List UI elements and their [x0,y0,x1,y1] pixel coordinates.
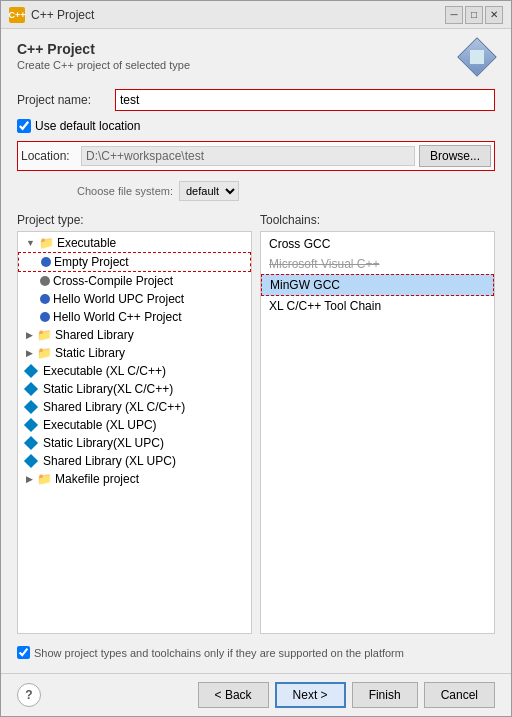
filesystem-label: Choose file system: [77,185,173,197]
circle-blue-icon [40,294,50,304]
panels: Project type: ▼ 📁 Executable Empty Proje… [17,213,495,634]
tree-item-hello-upc[interactable]: Hello World UPC Project [18,290,251,308]
maximize-button[interactable]: □ [465,6,483,24]
diamond-icon [24,436,38,450]
diamond-icon [24,364,38,378]
title-bar-buttons: ─ □ ✕ [445,6,503,24]
diamond-icon [24,454,38,468]
folder-icon: 📁 [39,236,54,250]
diamond-icon [24,382,38,396]
tree-item-static-library[interactable]: ▶ 📁 Static Library [18,344,251,362]
project-name-row: Project name: [17,89,495,111]
default-location-checkbox[interactable] [17,119,31,133]
tree-item-exec-xl-cpp[interactable]: Executable (XL C/C++) [18,362,251,380]
circle-blue-icon [41,257,51,267]
chevron-right-icon: ▶ [26,330,33,340]
browse-button[interactable]: Browse... [419,145,491,167]
tree-item-shared-xl-upc[interactable]: Shared Library (XL UPC) [18,452,251,470]
platform-filter-checkbox[interactable] [17,646,30,659]
toolchain-label: Microsoft Visual C++ [269,257,380,271]
circle-blue-icon [40,312,50,322]
page-title: C++ Project [17,41,190,57]
tree-item-label: Shared Library [55,328,134,342]
page-subtitle: Create C++ project of selected type [17,59,190,71]
tree-item-label: Makefile project [55,472,139,486]
tree-item-hello-cpp[interactable]: Hello World C++ Project [18,308,251,326]
tree-item-makefile[interactable]: ▶ 📁 Makefile project [18,470,251,488]
diamond-icon [24,418,38,432]
project-type-label: Project type: [17,213,252,227]
folder-icon: 📁 [37,346,52,360]
toolchains-list[interactable]: Cross GCC Microsoft Visual C++ MinGW GCC… [260,231,495,634]
toolchain-msvc[interactable]: Microsoft Visual C++ [261,254,494,274]
status-bar: Show project types and toolchains only i… [17,642,495,661]
location-label: Location: [21,149,77,163]
toolchain-xl[interactable]: XL C/C++ Tool Chain [261,296,494,316]
content-area: C++ Project Create C++ project of select… [1,29,511,673]
tree-item-static-xl-cpp[interactable]: Static Library(XL C/C++) [18,380,251,398]
tree-item-label: Static Library(XL C/C++) [43,382,173,396]
tree-item-label: Shared Library (XL C/C++) [43,400,185,414]
back-button[interactable]: < Back [198,682,269,708]
close-button[interactable]: ✕ [485,6,503,24]
help-button[interactable]: ? [17,683,41,707]
circle-gray-icon [40,276,50,286]
toolchain-label: XL C/C++ Tool Chain [269,299,381,313]
tree-item-label: Executable [57,236,116,250]
toolchains-label: Toolchains: [260,213,495,227]
icon-diamond-inner [470,50,484,64]
tree-item-label: Cross-Compile Project [53,274,173,288]
tree-item-exec-xl-upc[interactable]: Executable (XL UPC) [18,416,251,434]
window: C++ C++ Project ─ □ ✕ C++ Project Create… [0,0,512,717]
location-input[interactable] [81,146,415,166]
tree-item-label: Hello World UPC Project [53,292,184,306]
minimize-button[interactable]: ─ [445,6,463,24]
cancel-button[interactable]: Cancel [424,682,495,708]
tree-item-label: Hello World C++ Project [53,310,182,324]
tree-item-label: Executable (XL UPC) [43,418,157,432]
toolchain-label: Cross GCC [269,237,330,251]
page-header-left: C++ Project Create C++ project of select… [17,41,190,71]
left-panel: Project type: ▼ 📁 Executable Empty Proje… [17,213,252,634]
folder-icon: 📁 [37,472,52,486]
window-icon: C++ [9,7,25,23]
tree-item-label: Executable (XL C/C++) [43,364,166,378]
page-header: C++ Project Create C++ project of select… [17,41,495,81]
title-bar: C++ C++ Project ─ □ ✕ [1,1,511,29]
default-location-label: Use default location [35,119,140,133]
title-bar-text: C++ Project [31,8,445,22]
tree-item-shared-xl-cpp[interactable]: Shared Library (XL C/C++) [18,398,251,416]
tree-item-static-xl-upc[interactable]: Static Library(XL UPC) [18,434,251,452]
folder-icon: 📁 [37,328,52,342]
location-row: Location: Browse... [17,141,495,171]
project-name-input[interactable] [115,89,495,111]
project-name-label: Project name: [17,93,107,107]
project-icon [447,41,495,81]
tree-item-label: Static Library(XL UPC) [43,436,164,450]
next-button[interactable]: Next > [275,682,346,708]
tree-item-label: Shared Library (XL UPC) [43,454,176,468]
chevron-down-icon: ▼ [26,238,35,248]
project-type-tree[interactable]: ▼ 📁 Executable Empty Project Cross-Compi… [17,231,252,634]
tree-item-shared-library[interactable]: ▶ 📁 Shared Library [18,326,251,344]
platform-filter-label: Show project types and toolchains only i… [34,647,404,659]
chevron-right-icon: ▶ [26,348,33,358]
filesystem-row: Choose file system: default [17,181,495,201]
toolchain-cross-gcc[interactable]: Cross GCC [261,234,494,254]
button-row: ? < Back Next > Finish Cancel [1,673,511,716]
tree-item-cross-compile[interactable]: Cross-Compile Project [18,272,251,290]
default-location-row: Use default location [17,119,495,133]
tree-item-label: Static Library [55,346,125,360]
tree-item-executable[interactable]: ▼ 📁 Executable [18,234,251,252]
right-panel: Toolchains: Cross GCC Microsoft Visual C… [260,213,495,634]
tree-item-label: Empty Project [54,255,129,269]
filesystem-select[interactable]: default [179,181,239,201]
toolchain-label: MinGW GCC [270,278,340,292]
diamond-icon [24,400,38,414]
tree-item-empty-project[interactable]: Empty Project [18,252,251,272]
finish-button[interactable]: Finish [352,682,418,708]
toolchain-mingw[interactable]: MinGW GCC [261,274,494,296]
chevron-right-icon: ▶ [26,474,33,484]
